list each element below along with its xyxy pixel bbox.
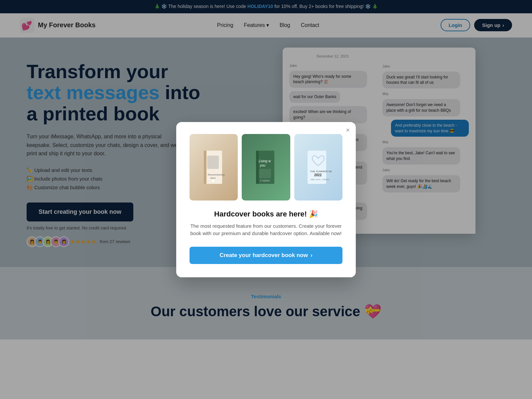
svg-rect-12	[259, 169, 271, 178]
book-svg-1: Remembering Mom	[200, 149, 227, 186]
svg-text:THE SUMMER WE MET: THE SUMMER WE MET	[310, 170, 332, 173]
book-image-1: Remembering Mom	[190, 134, 238, 200]
svg-rect-3	[204, 151, 206, 184]
svg-text:Remembering: Remembering	[208, 173, 224, 176]
arrow-right-icon: ›	[311, 252, 313, 259]
svg-text:Mom: Mom	[210, 177, 216, 179]
modal-description: The most requested feature from our cust…	[190, 222, 342, 237]
book-image-2: Living w you 4 YEARS	[242, 134, 290, 200]
svg-text:Living w: Living w	[259, 159, 271, 163]
svg-text:MAY 12TH - SARAH: MAY 12TH - SARAH	[311, 179, 329, 181]
svg-point-7	[212, 179, 214, 182]
modal-images: Remembering Mom Living w you 4 YE	[190, 134, 342, 200]
modal-cta-button[interactable]: Create your hardcover book now ›	[190, 247, 342, 264]
svg-text:you: you	[260, 164, 266, 167]
modal-title: Hardcover books are here! 🎉	[190, 210, 342, 218]
modal-close-button[interactable]: ×	[346, 127, 350, 133]
book-image-3: THE SUMMER WE MET 2022 MAY 12TH - SARAH	[294, 134, 342, 200]
modal: × Remembering Mom	[176, 122, 356, 277]
svg-text:4 YEARS: 4 YEARS	[260, 180, 270, 182]
svg-rect-4	[207, 156, 219, 169]
svg-text:2022: 2022	[314, 173, 322, 177]
modal-overlay[interactable]: × Remembering Mom	[0, 0, 532, 339]
svg-rect-8	[258, 151, 274, 184]
svg-rect-9	[256, 151, 259, 184]
book-svg-3: THE SUMMER WE MET 2022 MAY 12TH - SARAH	[305, 149, 332, 186]
book-svg-2: Living w you 4 YEARS	[253, 149, 279, 186]
